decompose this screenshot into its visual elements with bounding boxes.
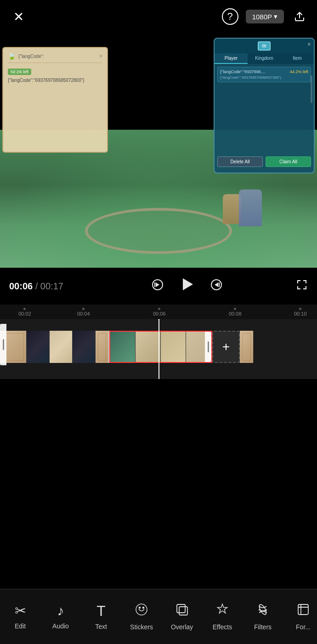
mail-item-1-sub: {"langCode":"693769570868507280") [220, 75, 308, 80]
toolbar-label-edit: Edit [15, 622, 26, 630]
playhead[interactable] [158, 319, 159, 379]
clip-frame-4 [73, 331, 96, 363]
dialog-2-close-button[interactable]: × [307, 40, 311, 48]
dialog-2-scrollbar [311, 75, 312, 103]
timeline-ruler: 00:02 00:04 00:06 00:08 00:10 [0, 305, 317, 319]
clip-frame-6 [110, 332, 136, 362]
dialog-2-header: ✉ × [215, 39, 314, 53]
dialog-2-tabs: Player Kingdom Item [215, 53, 314, 64]
format-svg [296, 603, 310, 616]
clip-frame-3 [50, 331, 73, 363]
toolbar-label-audio: Audio [52, 622, 69, 630]
handle-line-left [3, 339, 4, 350]
clip-handle-left[interactable] [0, 324, 6, 365]
clip-frame-2 [27, 331, 50, 363]
top-bar: ✕ ? 1080P ▾ [0, 0, 317, 33]
clip-handle-right[interactable] [205, 332, 211, 362]
play-button[interactable] [178, 276, 196, 297]
clip-frame-last [240, 331, 254, 363]
mail-item-1-code: {"langCode":"6937696.... [220, 69, 266, 74]
toolbar-label-format: For... [296, 623, 311, 631]
dialog-mail: ✉ × Player Kingdom Item {"langCode":"693… [214, 38, 315, 173]
ruler-mark-04: 00:04 [77, 308, 90, 316]
play-icon [178, 276, 196, 293]
time-current: 00:06 [9, 281, 33, 291]
quality-button[interactable]: 1080P ▾ [246, 10, 284, 23]
export-icon [294, 11, 305, 22]
toolbar-item-stickers[interactable]: Stickers [121, 589, 162, 644]
dialog-1-title-bar: 🍃 {"langCode": × [8, 52, 102, 63]
character-1 [239, 190, 262, 226]
video-preview: 🍃 {"langCode": × 5d 2Iti left {"langCode… [0, 33, 317, 268]
stickers-icon [135, 603, 148, 619]
clip-group-2-selected [109, 331, 212, 363]
dialog-1-badge: 5d 2Iti left [8, 69, 31, 75]
toolbar-item-overlay[interactable]: Overlay [162, 589, 202, 644]
playback-controls [78, 276, 296, 297]
fullscreen-button[interactable] [296, 279, 308, 293]
black-gap [0, 379, 317, 589]
overlay-svg [175, 603, 189, 616]
clip-group-1 [0, 331, 109, 363]
mail-icon: ✉ [258, 41, 271, 51]
close-button[interactable]: ✕ [9, 7, 28, 26]
toolbar-item-effects[interactable]: Effects [202, 589, 243, 644]
effects-svg [215, 603, 229, 616]
time-display: 00:06 / 00:17 [9, 281, 78, 292]
dialog-2-body: {"langCode":"6937696.... 44.2% left {"la… [215, 64, 314, 87]
dialog-2-actions: Delete All Claim All [215, 154, 314, 170]
toolbar-label-filters: Filters [254, 623, 272, 631]
audio-icon: ♪ [57, 604, 64, 618]
handle-line-right [208, 341, 209, 352]
toolbar-item-format[interactable]: For... [283, 589, 317, 644]
tab-player[interactable]: Player [215, 53, 248, 64]
filters-svg [256, 603, 270, 616]
ruler-mark-06: 00:06 [153, 308, 166, 316]
dialog-1-body: {"langCode":"693769708685072800"} [8, 78, 102, 83]
dialog-parchment: 🍃 {"langCode": × 5d 2Iti left {"langCode… [2, 47, 108, 153]
dialog-1-title: {"langCode": [18, 54, 44, 59]
tab-item[interactable]: Item [281, 53, 314, 64]
export-button[interactable] [291, 8, 308, 25]
toolbar-item-text[interactable]: T Text [81, 589, 121, 644]
mail-item-1-pct: 44.2% left [290, 69, 308, 74]
edit-icon: ✂ [15, 604, 26, 618]
text-icon: T [96, 604, 106, 618]
help-button[interactable]: ? [222, 8, 238, 25]
tab-kingdom[interactable]: Kingdom [248, 53, 281, 64]
rewind-icon [151, 278, 164, 292]
svg-marker-2 [183, 278, 193, 290]
toolbar-item-audio[interactable]: ♪ Audio [40, 589, 81, 644]
quality-label: 1080P [252, 13, 272, 21]
clip-frame-7 [136, 332, 161, 362]
delete-all-button[interactable]: Delete All [217, 156, 263, 167]
character-2 [223, 194, 241, 224]
fullscreen-icon [296, 279, 308, 291]
clip-frame-5 [96, 331, 109, 363]
stickers-svg [135, 603, 148, 616]
video-frame: 🍃 {"langCode": × 5d 2Iti left {"langCode… [0, 33, 317, 268]
forward-button[interactable] [209, 278, 223, 295]
svg-marker-9 [218, 604, 227, 613]
ruler-mark-08: 00:08 [229, 308, 242, 316]
dialog-1-close-button[interactable]: × [99, 53, 102, 59]
toolbar-label-effects: Effects [213, 623, 232, 631]
time-separator: / [33, 281, 40, 291]
format-icon [296, 603, 310, 619]
svg-point-6 [143, 607, 144, 609]
claim-all-button[interactable]: Claim All [266, 156, 311, 167]
stone-circle [85, 208, 232, 254]
add-clip-button[interactable]: + [212, 331, 240, 363]
svg-rect-8 [179, 607, 187, 615]
toolbar-item-edit[interactable]: ✂ Edit [0, 589, 40, 644]
forward-icon [209, 278, 223, 292]
overlay-icon [175, 603, 189, 619]
toolbar-item-filters[interactable]: Filters [243, 589, 283, 644]
help-icon: ? [227, 11, 233, 23]
bottom-toolbar: ✂ Edit ♪ Audio T Text Stickers Overlay [0, 589, 317, 644]
controls-area: 00:06 / 00:17 [0, 268, 317, 305]
rewind-button[interactable] [151, 278, 164, 295]
time-total: 00:17 [40, 281, 63, 291]
svg-rect-7 [177, 604, 185, 613]
effects-icon [215, 603, 229, 619]
